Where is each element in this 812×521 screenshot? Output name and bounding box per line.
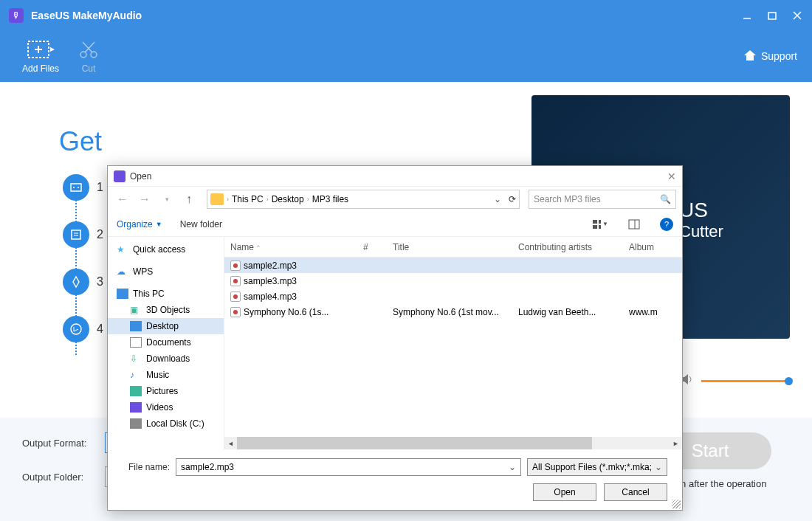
add-files-label: Add Files [22,63,59,74]
sidebar-this-pc[interactable]: This PC [108,286,224,302]
dropdown-icon[interactable]: ⌄ [509,462,516,472]
nav-back-button[interactable]: ← [114,190,131,208]
file-columns: Name^ # Title Contributing artists Album [224,237,682,258]
sidebar-3d-objects[interactable]: ▣3D Objects [108,302,224,318]
search-placeholder: Search MP3 files [534,194,601,204]
close-button[interactable] [791,10,803,21]
col-album[interactable]: Album [623,242,682,252]
filename-input[interactable]: sample2.mp3⌄ [176,458,521,476]
file-row[interactable]: sample2.mp3 [224,258,682,273]
refresh-button[interactable]: ⟳ [509,194,516,204]
col-title[interactable]: Title [387,242,512,252]
svg-rect-28 [599,225,601,229]
cube-icon: ▣ [130,305,142,315]
step-3-num: 3 [97,275,103,289]
breadcrumb[interactable]: › This PC › Desktop › MP3 files ⌄ ⟳ [207,190,520,209]
organize-button[interactable]: Organize ▼ [117,219,162,230]
dropdown-icon[interactable]: ⌄ [655,462,662,472]
svg-point-15 [78,187,79,188]
scroll-right-button[interactable]: ► [670,437,682,449]
new-folder-button[interactable]: New folder [180,219,222,230]
app-logo-icon: 🎙 [9,8,24,23]
filename-label: File name: [123,462,170,472]
sidebar-pictures[interactable]: Pictures [108,383,224,399]
file-row[interactable]: sample3.mp3 [224,273,682,289]
volume-control[interactable] [681,373,790,388]
svg-line-10 [85,42,94,52]
col-num[interactable]: # [357,242,387,252]
sidebar-music[interactable]: ♪Music [108,367,224,383]
volume-slider[interactable] [701,380,790,382]
star-icon: ★ [117,244,128,255]
sidebar-desktop[interactable]: Desktop [108,318,224,334]
search-input[interactable]: Search MP3 files 🔍 [529,190,676,209]
dialog-title: Open [130,171,151,182]
file-filter-combo[interactable]: All Support Files (*.mkv;*.mka;⌄ [527,458,667,476]
sidebar-wps[interactable]: ☁WPS [108,263,224,280]
dialog-bottom: File name: sample2.mp3⌄ All Support File… [108,449,682,510]
dialog-toolbar: Organize ▼ New folder ▼ ? [108,212,682,237]
step-4-icon [63,316,89,342]
main-area: Get 1 2 3 4 US Cutter Output Format: WAV… [0,82,812,521]
cut-icon [74,38,103,61]
nav-recent-button[interactable]: ▾ [158,190,176,208]
svg-rect-25 [593,220,597,224]
help-button[interactable]: ? [660,218,673,231]
home-icon [743,49,757,63]
audio-file-icon [230,260,241,271]
app-title: EaseUS MakeMyAudio [31,10,741,21]
document-icon [130,337,142,348]
file-list-area: Name^ # Title Contributing artists Album… [224,237,682,449]
breadcrumb-item[interactable]: This PC [232,194,264,204]
add-files-button[interactable]: Add Files [15,38,66,74]
maximize-button[interactable] [766,10,778,21]
open-button[interactable]: Open [533,483,596,501]
sidebar-downloads[interactable]: ⇩Downloads [108,351,224,367]
scroll-left-button[interactable]: ◄ [224,437,237,449]
folder-icon [210,193,224,205]
support-button[interactable]: Support [743,49,797,63]
resize-grip[interactable] [672,500,681,508]
file-open-dialog: Open ✕ ← → ▾ ↑ › This PC › Desktop › MP3… [107,165,683,511]
sort-asc-icon: ^ [257,244,260,250]
add-files-icon [26,38,55,61]
svg-line-11 [83,42,92,52]
steps-list: 1 2 3 4 [63,174,103,363]
svg-marker-19 [73,277,79,287]
minimize-button[interactable] [741,10,753,21]
breadcrumb-dropdown[interactable]: ⌄ [494,194,501,204]
svg-rect-13 [71,184,81,191]
search-icon: 🔍 [660,194,671,204]
preview-pane-button[interactable] [626,216,642,232]
dialog-nav: ← → ▾ ↑ › This PC › Desktop › MP3 files … [108,187,682,212]
nav-up-button[interactable]: ↑ [180,190,198,208]
nav-forward-button[interactable]: → [136,190,154,208]
cut-button[interactable]: Cut [66,38,111,74]
scroll-thumb[interactable] [237,437,592,449]
sidebar-videos[interactable]: Videos [108,399,224,415]
view-mode-button[interactable]: ▼ [592,216,608,232]
horizontal-scrollbar[interactable]: ◄ ► [224,437,682,449]
sidebar-documents[interactable]: Documents [108,334,224,351]
audio-file-icon [230,291,241,302]
dialog-close-button[interactable]: ✕ [667,170,676,182]
svg-rect-29 [629,220,639,229]
col-artist[interactable]: Contributing artists [512,242,623,252]
file-list: sample2.mp3sample3.mp3sample4.mp3Symphon… [224,258,682,437]
svg-point-14 [73,187,75,188]
sidebar-local-disk[interactable]: Local Disk (C:) [108,415,224,432]
file-row[interactable]: sample4.mp3 [224,289,682,304]
desktop-icon [130,321,142,331]
breadcrumb-item[interactable]: Desktop [272,194,304,204]
col-name[interactable]: Name^ [224,242,357,252]
cloud-icon: ☁ [117,266,128,277]
step-1-icon [63,174,89,201]
picture-icon [130,386,142,396]
sidebar-quick-access[interactable]: ★Quick access [108,241,224,258]
titlebar: 🎙 EaseUS MakeMyAudio [0,0,812,30]
dialog-titlebar: Open ✕ [108,166,682,187]
breadcrumb-item[interactable]: MP3 files [312,194,348,204]
step-3-icon [63,269,89,295]
file-row[interactable]: Symphony No.6 (1s...Symphony No.6 (1st m… [224,304,682,320]
cancel-button[interactable]: Cancel [604,483,667,501]
